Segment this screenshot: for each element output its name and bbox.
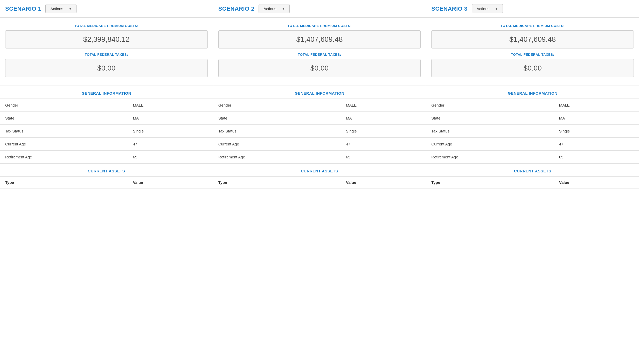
current-assets-heading-2: CURRENT ASSETS bbox=[213, 164, 426, 176]
info-value: 47 bbox=[128, 138, 213, 151]
table-row: Tax Status Single bbox=[426, 125, 639, 138]
medicare-label-1: TOTAL MEDICARE PREMIUM COSTS: bbox=[5, 24, 208, 28]
info-label: Gender bbox=[426, 99, 554, 112]
federal-tax-label-1: TOTAL FEDERAL TAXES: bbox=[5, 53, 208, 57]
info-value: 65 bbox=[128, 151, 213, 164]
info-label: Gender bbox=[0, 99, 128, 112]
table-row: Current Age 47 bbox=[213, 138, 426, 151]
table-row: Tax Status Single bbox=[0, 125, 213, 138]
table-row: State MA bbox=[213, 112, 426, 125]
table-row: Gender MALE bbox=[426, 99, 639, 112]
dropdown-arrow-1: ▼ bbox=[69, 7, 72, 10]
dropdown-arrow-2: ▼ bbox=[282, 7, 285, 10]
scenario-column-3: SCENARIO 3 Actions ▼ TOTAL MEDICARE PREM… bbox=[426, 0, 639, 364]
info-label: State bbox=[213, 112, 341, 125]
medicare-section-2: TOTAL MEDICARE PREMIUM COSTS: $1,407,609… bbox=[213, 18, 426, 86]
current-assets-heading-3: CURRENT ASSETS bbox=[426, 164, 639, 176]
info-value: MA bbox=[554, 112, 639, 125]
table-row: State MA bbox=[426, 112, 639, 125]
general-info-heading-3: GENERAL INFORMATION bbox=[426, 86, 639, 99]
federal-tax-label-3: TOTAL FEDERAL TAXES: bbox=[431, 53, 634, 57]
federal-tax-value-3: $0.00 bbox=[431, 59, 634, 77]
current-assets-heading-1: CURRENT ASSETS bbox=[0, 164, 213, 176]
medicare-label-3: TOTAL MEDICARE PREMIUM COSTS: bbox=[431, 24, 634, 28]
scenario-column-1: SCENARIO 1 Actions ▼ TOTAL MEDICARE PREM… bbox=[0, 0, 213, 364]
general-info-table-2: Gender MALE State MA Tax Status Single C… bbox=[213, 99, 426, 164]
assets-table-header-row: Type Value bbox=[0, 177, 213, 188]
current-assets-section-2: CURRENT ASSETS Type Value bbox=[213, 164, 426, 188]
actions-button-2[interactable]: Actions ▼ bbox=[259, 4, 290, 13]
scenario-header-1: SCENARIO 1 Actions ▼ bbox=[0, 3, 213, 17]
federal-tax-value-2: $0.00 bbox=[218, 59, 421, 77]
info-value: MALE bbox=[128, 99, 213, 112]
medicare-value-2: $1,407,609.48 bbox=[218, 30, 421, 48]
medicare-label-2: TOTAL MEDICARE PREMIUM COSTS: bbox=[218, 24, 421, 28]
scenario-title-1: SCENARIO 1 bbox=[5, 5, 41, 12]
info-label: Retirement Age bbox=[426, 151, 554, 164]
assets-table-3: Type Value bbox=[426, 176, 639, 188]
scenarios-container: SCENARIO 1 Actions ▼ TOTAL MEDICARE PREM… bbox=[0, 0, 639, 364]
dropdown-arrow-3: ▼ bbox=[495, 7, 498, 10]
table-row: Tax Status Single bbox=[213, 125, 426, 138]
assets-col-type-1: Type bbox=[0, 177, 128, 188]
info-label: State bbox=[0, 112, 128, 125]
actions-button-1[interactable]: Actions ▼ bbox=[45, 4, 77, 13]
scenario-header-3: SCENARIO 3 Actions ▼ bbox=[426, 3, 639, 17]
info-label: State bbox=[426, 112, 554, 125]
actions-label-1: Actions bbox=[50, 6, 63, 11]
current-assets-section-3: CURRENT ASSETS Type Value bbox=[426, 164, 639, 188]
assets-col-type-3: Type bbox=[426, 177, 554, 188]
medicare-section-3: TOTAL MEDICARE PREMIUM COSTS: $1,407,609… bbox=[426, 18, 639, 86]
scenario-title-2: SCENARIO 2 bbox=[218, 5, 254, 12]
current-assets-section-1: CURRENT ASSETS Type Value bbox=[0, 164, 213, 188]
info-label: Current Age bbox=[0, 138, 128, 151]
info-value: MALE bbox=[341, 99, 426, 112]
table-row: Retirement Age 65 bbox=[426, 151, 639, 164]
general-info-table-1: Gender MALE State MA Tax Status Single C… bbox=[0, 99, 213, 164]
assets-table-1: Type Value bbox=[0, 176, 213, 188]
info-value: 47 bbox=[554, 138, 639, 151]
assets-col-type-2: Type bbox=[213, 177, 341, 188]
info-label: Tax Status bbox=[426, 125, 554, 138]
table-row: Retirement Age 65 bbox=[0, 151, 213, 164]
info-value: 65 bbox=[341, 151, 426, 164]
general-info-table-3: Gender MALE State MA Tax Status Single C… bbox=[426, 99, 639, 164]
federal-tax-label-2: TOTAL FEDERAL TAXES: bbox=[218, 53, 421, 57]
info-value: Single bbox=[128, 125, 213, 138]
medicare-section-1: TOTAL MEDICARE PREMIUM COSTS: $2,399,840… bbox=[0, 18, 213, 86]
medicare-value-3: $1,407,609.48 bbox=[431, 30, 634, 48]
table-row: Current Age 47 bbox=[426, 138, 639, 151]
info-label: Tax Status bbox=[213, 125, 341, 138]
medicare-value-1: $2,399,840.12 bbox=[5, 30, 208, 48]
table-row: Retirement Age 65 bbox=[213, 151, 426, 164]
assets-col-value-2: Value bbox=[341, 177, 426, 188]
info-label: Retirement Age bbox=[213, 151, 341, 164]
assets-col-value-3: Value bbox=[554, 177, 639, 188]
info-label: Retirement Age bbox=[0, 151, 128, 164]
scenario-column-2: SCENARIO 2 Actions ▼ TOTAL MEDICARE PREM… bbox=[213, 0, 426, 364]
info-value: MALE bbox=[554, 99, 639, 112]
info-value: Single bbox=[554, 125, 639, 138]
info-label: Tax Status bbox=[0, 125, 128, 138]
table-row: State MA bbox=[0, 112, 213, 125]
info-value: MA bbox=[341, 112, 426, 125]
actions-label-3: Actions bbox=[477, 6, 489, 11]
table-row: Gender MALE bbox=[213, 99, 426, 112]
scenario-header-2: SCENARIO 2 Actions ▼ bbox=[213, 3, 426, 17]
info-label: Current Age bbox=[426, 138, 554, 151]
scenario-title-3: SCENARIO 3 bbox=[431, 5, 467, 12]
assets-table-header-row: Type Value bbox=[213, 177, 426, 188]
info-label: Current Age bbox=[213, 138, 341, 151]
info-label: Gender bbox=[213, 99, 341, 112]
info-value: 47 bbox=[341, 138, 426, 151]
general-info-heading-2: GENERAL INFORMATION bbox=[213, 86, 426, 99]
assets-col-value-1: Value bbox=[128, 177, 213, 188]
table-row: Gender MALE bbox=[0, 99, 213, 112]
info-value: 65 bbox=[554, 151, 639, 164]
info-value: MA bbox=[128, 112, 213, 125]
assets-table-header-row: Type Value bbox=[426, 177, 639, 188]
info-value: Single bbox=[341, 125, 426, 138]
general-info-heading-1: GENERAL INFORMATION bbox=[0, 86, 213, 99]
actions-button-3[interactable]: Actions ▼ bbox=[472, 4, 503, 13]
table-row: Current Age 47 bbox=[0, 138, 213, 151]
